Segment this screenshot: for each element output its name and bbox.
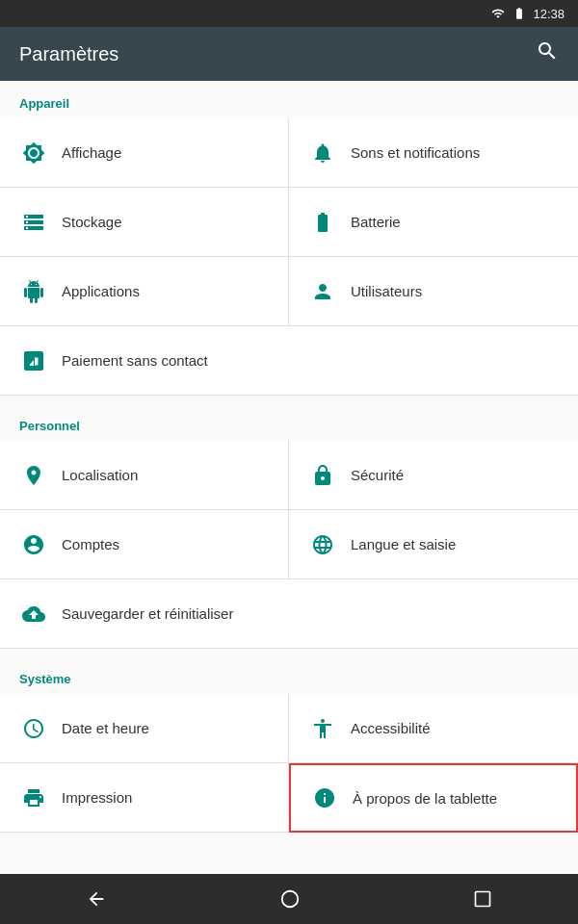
sons-label: Sons et notifications bbox=[351, 144, 480, 161]
page-title: Paramètres bbox=[19, 43, 118, 65]
info-icon bbox=[310, 783, 339, 812]
status-bar: 12:38 bbox=[0, 0, 578, 27]
section-personnel: Personnel Localisation Sécurité bbox=[0, 403, 578, 649]
settings-item-date[interactable]: Date et heure bbox=[0, 694, 289, 763]
battery-status-icon bbox=[512, 7, 527, 20]
section-header-systeme: Système bbox=[0, 656, 578, 694]
bell-icon bbox=[308, 139, 337, 167]
comptes-label: Comptes bbox=[62, 536, 119, 552]
settings-item-impression[interactable]: Impression bbox=[0, 763, 289, 833]
android-icon bbox=[19, 277, 48, 306]
date-label: Date et heure bbox=[62, 720, 149, 736]
account-icon bbox=[19, 530, 48, 559]
utilisateurs-label: Utilisateurs bbox=[351, 283, 422, 299]
applications-label: Applications bbox=[62, 283, 140, 299]
accessibilite-label: Accessibilité bbox=[351, 720, 431, 736]
clock-icon bbox=[19, 714, 48, 743]
settings-item-affichage[interactable]: Affichage bbox=[0, 118, 289, 188]
accessibility-icon bbox=[308, 714, 337, 743]
svg-point-0 bbox=[282, 891, 299, 908]
settings-item-stockage[interactable]: Stockage bbox=[0, 188, 289, 257]
backup-icon bbox=[19, 600, 48, 629]
localisation-label: Localisation bbox=[62, 467, 138, 483]
settings-item-utilisateurs[interactable]: Utilisateurs bbox=[289, 257, 578, 326]
appareil-grid: Affichage Sons et notifications St bbox=[0, 118, 578, 326]
location-icon bbox=[19, 461, 48, 490]
section-header-personnel: Personnel bbox=[0, 403, 578, 441]
impression-label: Impression bbox=[62, 789, 132, 806]
settings-item-apropos[interactable]: À propos de la tablette bbox=[289, 763, 578, 833]
batterie-label: Batterie bbox=[351, 214, 401, 230]
brightness-icon bbox=[19, 139, 48, 167]
sauvegarder-row: Sauvegarder et réinitialiser bbox=[0, 579, 578, 649]
status-time: 12:38 bbox=[533, 7, 565, 21]
settings-item-batterie[interactable]: Batterie bbox=[289, 188, 578, 257]
svg-rect-1 bbox=[475, 892, 489, 907]
bottom-nav bbox=[0, 874, 578, 924]
langue-label: Langue et saisie bbox=[351, 536, 456, 552]
systeme-grid: Date et heure Accessibilité Impres bbox=[0, 694, 578, 833]
paiement-label: Paiement sans contact bbox=[62, 352, 208, 369]
recents-button[interactable] bbox=[450, 882, 515, 916]
settings-item-accessibilite[interactable]: Accessibilité bbox=[289, 694, 578, 763]
securite-label: Sécurité bbox=[351, 467, 404, 483]
app-bar: Paramètres bbox=[0, 27, 578, 81]
lock-icon bbox=[308, 461, 337, 490]
settings-item-sons[interactable]: Sons et notifications bbox=[289, 118, 578, 188]
battery-icon bbox=[308, 208, 337, 237]
affichage-label: Affichage bbox=[62, 144, 121, 161]
settings-item-langue[interactable]: Langue et saisie bbox=[289, 510, 578, 579]
home-button[interactable] bbox=[256, 881, 324, 917]
settings-item-sauvegarder[interactable]: Sauvegarder et réinitialiser bbox=[0, 579, 578, 649]
globe-icon bbox=[308, 530, 337, 559]
stockage-label: Stockage bbox=[62, 214, 122, 230]
section-systeme: Système Date et heure Accessibilité bbox=[0, 656, 578, 833]
personnel-grid: Localisation Sécurité Comptes bbox=[0, 441, 578, 579]
section-header-appareil: Appareil bbox=[0, 81, 578, 118]
settings-item-paiement[interactable]: Paiement sans contact bbox=[0, 326, 578, 396]
print-icon bbox=[19, 783, 48, 812]
status-icons: 12:38 bbox=[490, 7, 565, 21]
nfc-icon bbox=[19, 346, 48, 375]
back-button[interactable] bbox=[63, 881, 130, 917]
settings-content: Appareil Affichage Sons et notificat bbox=[0, 81, 578, 874]
search-button[interactable] bbox=[536, 39, 559, 68]
paiement-row: Paiement sans contact bbox=[0, 326, 578, 396]
settings-item-applications[interactable]: Applications bbox=[0, 257, 289, 326]
storage-icon bbox=[19, 208, 48, 237]
sauvegarder-label: Sauvegarder et réinitialiser bbox=[62, 605, 233, 622]
section-appareil: Appareil Affichage Sons et notificat bbox=[0, 81, 578, 396]
apropos-label: À propos de la tablette bbox=[353, 790, 497, 807]
settings-item-comptes[interactable]: Comptes bbox=[0, 510, 289, 579]
settings-item-localisation[interactable]: Localisation bbox=[0, 441, 289, 510]
settings-item-securite[interactable]: Sécurité bbox=[289, 441, 578, 510]
person-icon bbox=[308, 277, 337, 306]
wifi-icon bbox=[490, 7, 506, 20]
